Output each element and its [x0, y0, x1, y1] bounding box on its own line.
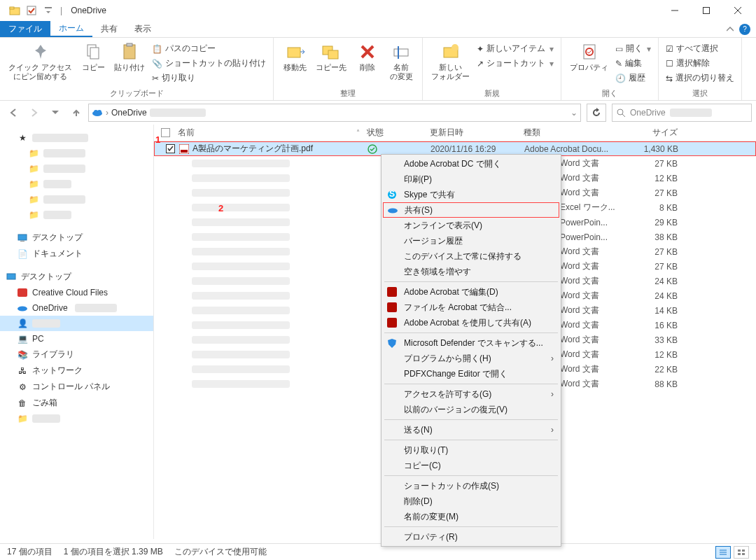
new-item-button[interactable]: ✦新しいアイテム▾ — [475, 42, 555, 55]
ctx-restore-version[interactable]: 以前のバージョンの復元(V) — [383, 402, 559, 417]
ctx-defender-scan[interactable]: Microsoft Defender でスキャンする... — [383, 335, 559, 351]
header-state[interactable]: 状態 — [367, 127, 430, 139]
delete-button[interactable]: 削除 — [351, 41, 384, 74]
header-name[interactable]: 名前˄ — [178, 127, 367, 139]
nav-forward-button[interactable] — [25, 104, 43, 122]
ctx-always-keep[interactable]: このデバイス上で常に保持する — [383, 248, 559, 264]
sidebar-item-blur2[interactable]: 📁 — [0, 161, 153, 176]
sidebar-item-ccf[interactable]: Creative Cloud Files — [0, 285, 153, 300]
svg-point-26 — [617, 109, 623, 115]
cut-button[interactable]: ✂切り取り — [150, 71, 267, 85]
move-to-button[interactable]: 移動先 — [278, 41, 312, 74]
ctx-open-acrobat[interactable]: Adobe Acrobat DC で開く — [383, 156, 559, 172]
nav-recent-button[interactable] — [46, 104, 64, 122]
file-icon — [178, 290, 189, 302]
sidebar-item-control-panel[interactable]: ⚙コントロール パネル — [0, 379, 153, 395]
sidebar-item-desktop2[interactable]: デスクトップ — [0, 269, 153, 285]
header-checkbox[interactable] — [161, 128, 178, 137]
sidebar-item-blur3[interactable]: 📁 — [0, 176, 153, 192]
tab-view[interactable]: 表示 — [126, 21, 160, 37]
ctx-copy[interactable]: コピー(C) — [383, 458, 559, 473]
svg-rect-48 — [742, 550, 745, 552]
qat-check[interactable] — [24, 3, 39, 18]
ctx-acrobat-share[interactable]: Adobe Acrobat を使用して共有(A) — [383, 315, 559, 330]
sidebar-item-blur5[interactable]: 📁 — [0, 207, 153, 223]
ctx-delete[interactable]: 削除(D) — [383, 493, 559, 509]
paste-shortcut-button[interactable]: 📎ショートカットの貼り付け — [150, 57, 267, 70]
sidebar-item-blur-bottom[interactable]: 📁 — [0, 411, 153, 426]
tab-share[interactable]: 共有 — [92, 21, 126, 37]
ctx-give-access[interactable]: アクセスを許可する(G)› — [383, 386, 559, 402]
sidebar-item-libraries[interactable]: 📚ライブラリ — [0, 346, 153, 363]
edit-button[interactable]: ✎編集 — [614, 57, 652, 70]
sidebar-item-desktop[interactable]: デスクトップ — [0, 230, 153, 246]
ctx-pdfxchange[interactable]: PDFXChange Editor で開く — [383, 366, 559, 382]
maximize-button[interactable] — [690, 0, 722, 21]
ctx-create-shortcut[interactable]: ショートカットの作成(S) — [383, 478, 559, 493]
paste-button[interactable]: 貼り付け — [110, 41, 149, 74]
sidebar-item-blur4[interactable]: 📁 — [0, 192, 153, 207]
copy-button[interactable]: コピー — [76, 41, 110, 74]
minimize-button[interactable] — [659, 0, 690, 21]
properties-button[interactable]: プロパティ — [566, 41, 612, 74]
address-dropdown-icon[interactable]: ⌄ — [570, 108, 578, 118]
collapse-ribbon-icon[interactable] — [727, 26, 734, 33]
new-folder-button[interactable]: 新しい フォルダー — [427, 41, 474, 83]
svg-rect-29 — [20, 241, 24, 241]
rename-button[interactable]: 名前 の変更 — [384, 41, 418, 83]
group-new: 新規 — [427, 87, 556, 100]
copy-path-button[interactable]: 📋パスのコピー — [150, 42, 267, 55]
header-type[interactable]: 種類 — [524, 127, 629, 139]
sidebar-item-documents[interactable]: 📄ドキュメント — [0, 246, 153, 262]
ctx-cut[interactable]: 切り取り(T) — [383, 442, 559, 458]
help-icon[interactable]: ? — [739, 24, 750, 35]
sidebar-item-pc[interactable]: 💻PC — [0, 331, 153, 346]
select-all-button[interactable]: ☑すべて選択 — [664, 42, 736, 55]
blurred-filename — [192, 307, 290, 314]
ctx-properties[interactable]: プロパティ(R) — [383, 529, 559, 545]
acrobat-icon — [386, 301, 398, 314]
header-date[interactable]: 更新日時 — [430, 127, 524, 139]
ctx-acrobat-combine[interactable]: ファイルを Acrobat で結合... — [383, 300, 559, 315]
search-input[interactable]: OneDrive — [612, 104, 752, 122]
view-details-button[interactable] — [715, 546, 731, 559]
tab-home[interactable]: ホーム — [50, 21, 92, 37]
qat-dropdown[interactable] — [41, 3, 56, 18]
nav-back-button[interactable] — [4, 104, 22, 122]
header-size[interactable]: サイズ — [629, 127, 685, 139]
sidebar-item-user[interactable]: 👤 — [0, 316, 153, 331]
ctx-print[interactable]: 印刷(P) — [383, 172, 559, 187]
ctx-share[interactable]: 共有(S) — [383, 202, 559, 218]
open-menu-button[interactable]: ▭開く▾ — [614, 42, 652, 55]
history-button[interactable]: 🕘履歴 — [614, 71, 652, 85]
invert-selection-button[interactable]: ⇆選択の切り替え — [664, 71, 736, 85]
ctx-free-space[interactable]: 空き領域を増やす — [383, 264, 559, 279]
sidebar-item-network[interactable]: 🖧ネットワーク — [0, 363, 153, 379]
ctx-acrobat-edit[interactable]: Adobe Acrobat で編集(D) — [383, 284, 559, 300]
ctx-skype-share[interactable]: SSkype で共有 — [383, 187, 559, 202]
new-shortcut-button[interactable]: ↗ショートカット▾ — [475, 57, 555, 70]
folder-icon: 📁 — [17, 413, 28, 424]
close-button[interactable] — [722, 0, 753, 21]
pin-quick-access-button[interactable]: クイック アクセス にピン留めする — [4, 41, 76, 83]
sidebar-item-blur1[interactable]: 📁 — [0, 146, 153, 161]
copy-to-button[interactable]: コピー先 — [312, 41, 351, 74]
refresh-button[interactable] — [587, 104, 606, 122]
ctx-view-online[interactable]: オンラインで表示(V) — [383, 218, 559, 233]
address-bar[interactable]: › OneDrive ⌄ — [88, 104, 581, 122]
tab-file[interactable]: ファイル — [0, 21, 50, 37]
nav-up-button[interactable] — [67, 104, 85, 122]
blurred-filename — [192, 380, 290, 388]
row-checkbox[interactable] — [162, 144, 178, 153]
sidebar-item-onedrive[interactable]: OneDrive — [0, 300, 153, 316]
copyto-icon — [321, 42, 341, 62]
view-thumbnails-button[interactable] — [734, 546, 749, 559]
ctx-open-with[interactable]: プログラムから開く(H)› — [383, 351, 559, 366]
select-none-button[interactable]: ☐選択解除 — [664, 57, 736, 70]
sidebar-item-quick[interactable]: ★ — [0, 130, 153, 146]
ctx-send-to[interactable]: 送る(N)› — [383, 422, 559, 438]
sidebar-item-recycle[interactable]: 🗑ごみ箱 — [0, 395, 153, 411]
ctx-version-history[interactable]: バージョン履歴 — [383, 233, 559, 248]
ctx-rename[interactable]: 名前の変更(M) — [383, 509, 559, 524]
breadcrumb-onedrive[interactable]: OneDrive — [111, 108, 147, 118]
